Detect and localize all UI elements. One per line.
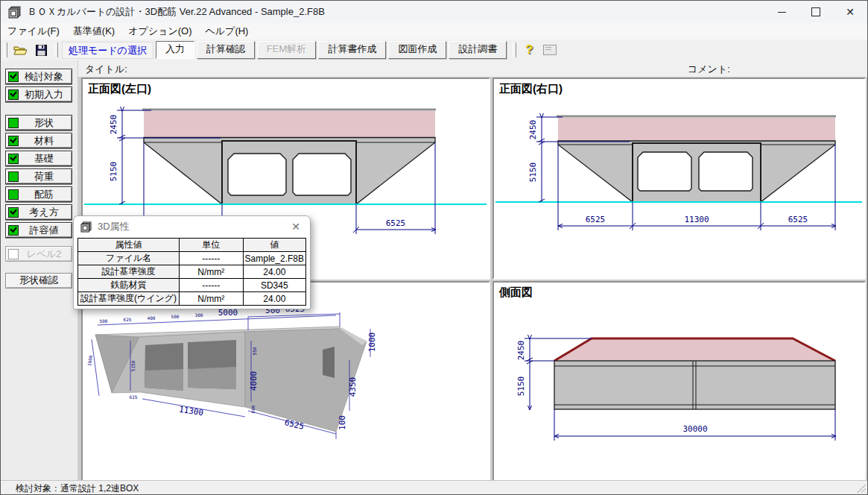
dim3d-4000: 4000 [249, 371, 259, 391]
sidebar-item-haikin[interactable]: 配筋 [5, 186, 72, 202]
application-window: ＢＯＸカルバートの設計・3D配筋 Ver.22 Advanced - Sampl… [0, 0, 868, 495]
sidebar-item-label: レベル2 [19, 248, 69, 261]
panel-3d-view: 500 625 400 500 300 5000 500 6525 1000 5… [81, 281, 490, 482]
dim3d-1000: 1000 [367, 332, 377, 353]
title-field-label: タイトル: [85, 63, 127, 76]
attribute-dialog: 3D属性 ✕ 属性値 単位 値 ファイル名 ------ Sample_2.F8… [73, 215, 311, 309]
status-bar: 検討対象：通常設計 1,2連BOX [1, 480, 867, 494]
close-button[interactable]: ✕ [833, 1, 867, 23]
cell-value: 24.00 [243, 292, 305, 306]
dialog-title-bar[interactable]: 3D属性 ✕ [74, 216, 310, 237]
cell-unit: ------ [180, 279, 244, 292]
mode-button-calc-check[interactable]: 計算確認 [197, 41, 255, 59]
minimize-button[interactable] [764, 1, 799, 23]
title-bar: ＢＯＸカルバートの設計・3D配筋 Ver.22 Advanced - Sampl… [1, 1, 867, 23]
dim-2450: 2450 [528, 120, 538, 140]
dim-30000: 30000 [682, 424, 707, 434]
menu-standard-values[interactable]: 基準値(K) [66, 22, 121, 40]
panel-title: 側面図 [499, 286, 533, 300]
panel-front-view-right: 正面図(右口) 2450 5150 [492, 78, 866, 280]
status-text: 検討対象：通常設計 1,2連BOX [16, 482, 139, 495]
menu-options[interactable]: オプション(O) [121, 22, 198, 40]
dim3d-11300: 11300 [178, 405, 204, 418]
open-file-button[interactable] [10, 41, 30, 59]
col-header-unit: 単位 [180, 239, 244, 252]
cell-value: SD345 [243, 279, 305, 292]
sidebar-item-kyoyouchi[interactable]: 許容値 [5, 222, 72, 238]
checkbox-icon [8, 72, 19, 82]
panel-side-view: 側面図 2450 5150 30000 [492, 281, 866, 482]
dim-5150: 5150 [109, 162, 118, 182]
save-button[interactable] [31, 41, 51, 59]
dim-5150: 5150 [516, 376, 526, 397]
sidebar-item-label: 材料 [19, 134, 69, 148]
dim3d-4350: 4350 [348, 377, 358, 397]
checkbox-icon [8, 249, 19, 259]
sidebar-item-keijou[interactable]: 形状 [5, 115, 72, 130]
sidebar-item-kentou-taishou[interactable]: 検討対象 [5, 69, 72, 84]
checkbox-icon [8, 89, 19, 100]
panel-title: 正面図(左口) [88, 82, 151, 96]
dialog-title: 3D属性 [98, 220, 285, 233]
dim-11300: 11300 [684, 215, 709, 224]
sidebar-item-label: 検討対象 [19, 70, 69, 83]
shape-confirm-button[interactable]: 形状確認 [5, 273, 72, 289]
header-row: タイトル: コメント: [78, 60, 867, 78]
dim3d-t4: 500 [171, 314, 180, 319]
menu-bar: ファイル(F) 基準値(K) オプション(O) ヘルプ(H) [1, 23, 867, 40]
table-header-row: 属性値 単位 値 [78, 239, 306, 252]
mode-button-drawing[interactable]: 図面作成 [388, 41, 446, 59]
checkbox-icon [8, 136, 19, 146]
dim3d-1000-left: 1000 [86, 355, 93, 367]
dim3d-t3: 400 [148, 315, 156, 321]
sidebar: 検討対象 初期入力 形状 材料 基礎 荷重 配筋 考え方 許容値 レベル2 形状… [1, 60, 78, 481]
save-floppy-icon [36, 45, 47, 56]
col-header-attribute: 属性値 [78, 239, 180, 252]
sidebar-item-label: 形状 [19, 116, 69, 130]
sidebar-item-shoki-nyuryoku[interactable]: 初期入力 [5, 86, 72, 102]
sidebar-item-kajuu[interactable]: 荷重 [5, 168, 72, 184]
sidebar-item-zairyou[interactable]: 材料 [5, 133, 72, 148]
dim-6525-right: 6525 [788, 215, 808, 224]
table-row: 設計基準強度(ウイング) N/mm² 24.00 [78, 292, 306, 306]
panel-title: 正面図(右口) [499, 82, 563, 96]
mode-button-input[interactable]: 入力 [156, 41, 194, 59]
maximize-icon [811, 7, 820, 16]
menu-help[interactable]: ヘルプ(H) [198, 22, 255, 40]
sidebar-item-kangaekata[interactable]: 考え方 [5, 204, 72, 220]
sidebar-item-label: 配筋 [19, 188, 69, 201]
dim-6525-left: 6525 [586, 215, 606, 224]
dim3d-100: 100 [338, 415, 347, 430]
checkbox-icon [8, 189, 19, 200]
front-view-right-drawing: 2450 5150 6525 11300 6525 [494, 79, 864, 278]
cell-value: Sample_2.F8B [243, 252, 305, 265]
checkbox-icon [8, 171, 19, 182]
cell-attribute: 鉄筋材質 [78, 279, 180, 292]
sidebar-item-label: 荷重 [19, 170, 69, 183]
dim3d-t5: 300 [195, 312, 203, 318]
toolbar-grip [513, 42, 516, 57]
dialog-close-button[interactable]: ✕ [285, 221, 307, 233]
form-icon [543, 45, 557, 55]
resize-grip[interactable] [857, 484, 866, 493]
menu-file[interactable]: ファイル(F) [1, 22, 66, 40]
dialog-icon [80, 221, 92, 233]
attribute-table: 属性値 単位 値 ファイル名 ------ Sample_2.F8B 設計基準強… [77, 238, 306, 306]
dim3d-625: 625 [130, 394, 138, 400]
dim-5150: 5150 [528, 163, 538, 183]
mode-button-design-record[interactable]: 設計調書 [449, 41, 507, 59]
dim3d-550: 550 [252, 347, 257, 355]
cell-attribute: ファイル名 [78, 252, 180, 265]
dialog-body: 属性値 単位 値 ファイル名 ------ Sample_2.F8B 設計基準強… [74, 237, 310, 309]
open-folder-icon [13, 45, 28, 56]
sidebar-item-kiso[interactable]: 基礎 [5, 151, 72, 166]
mode-button-report[interactable]: 計算書作成 [318, 41, 386, 59]
sidebar-item-level2: レベル2 [5, 246, 72, 262]
help-icon: ? [525, 42, 533, 57]
help-button[interactable]: ? [519, 41, 539, 59]
dim3d-t2: 625 [124, 317, 132, 322]
maximize-button[interactable] [799, 1, 833, 23]
checkbox-icon [8, 154, 19, 164]
culvert-3d-drawing: 500 625 400 500 300 5000 500 6525 1000 5… [83, 283, 489, 480]
sidebar-item-label: 基礎 [19, 152, 69, 165]
